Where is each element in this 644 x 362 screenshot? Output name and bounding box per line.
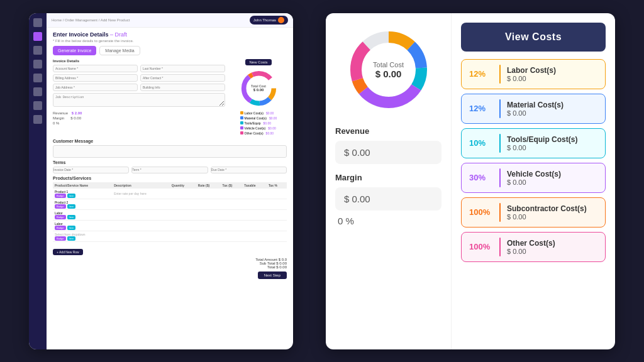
cost-value-tools: $ 0.00 [507, 144, 577, 151]
col-rate: Rate ($) [196, 182, 221, 189]
generate-invoice-button[interactable]: Generate Invoice [53, 46, 96, 55]
product-taxpct-cell [267, 231, 287, 241]
building-info-input[interactable] [140, 84, 225, 91]
product-tax-cell [221, 209, 243, 220]
col-quantity: Quantity [170, 182, 196, 189]
action-buttons: Generate Invoice Manage Media [53, 46, 287, 55]
margin-mini: Margin $ 0.00 [53, 116, 225, 120]
cost-pct-other: 100% [469, 242, 493, 251]
product-desc-cell [112, 231, 170, 241]
legend-value-vehicle: $0.00 [268, 126, 276, 130]
sidebar [29, 13, 47, 349]
revenue-mini: Revenue $ 2.00 [53, 111, 225, 115]
term-input[interactable] [131, 167, 208, 173]
margin-mini-label: Margin [53, 116, 64, 120]
product-desc-cell [112, 209, 170, 220]
product-taxable-cell [242, 189, 267, 199]
product-desc-cell [112, 220, 170, 231]
cost-card-labor: 12% Labor Cost(s) $ 0.00 [461, 59, 606, 89]
cost-divider-vehicle [499, 168, 501, 187]
sidebar-icon-users[interactable] [33, 101, 42, 110]
product-name-cell: Product 2BadgeItem [53, 199, 112, 209]
billing-address-input[interactable] [53, 74, 138, 82]
next-step-button[interactable]: Next Step [258, 272, 287, 279]
field-row-1 [53, 65, 225, 72]
sidebar-icon-home[interactable] [33, 18, 42, 27]
cost-info-subcontractor: Subcontractor Cost(s) $ 0.00 [507, 204, 587, 221]
manage-media-button[interactable]: Manage Media [99, 46, 140, 55]
product-desc-cell: Enter rate per day here [112, 189, 170, 199]
cost-name-other: Other Cost(s) [507, 239, 555, 248]
due-date-input[interactable] [211, 167, 287, 173]
product-taxpct-cell [267, 189, 287, 199]
new-costs-button[interactable]: New Costs [245, 59, 271, 65]
user-badge: John Thomas [250, 16, 288, 25]
sidebar-icon-extra[interactable] [33, 115, 42, 124]
sidebar-icon-settings[interactable] [33, 87, 42, 96]
rev-mini-label: Revenue [53, 111, 68, 115]
right-panel: Total Cost $ 0.00 Revenue $ 0.00 Margin … [326, 13, 615, 349]
col-product-name: Product/Service Name [53, 182, 112, 189]
sidebar-icon-reports[interactable] [33, 74, 42, 82]
blue-badge-4: Item [67, 226, 76, 230]
last-number-input[interactable] [140, 65, 225, 72]
col-description: Description [112, 182, 170, 189]
table-row: Product 1BadgeItem Enter rate per day he… [53, 189, 287, 199]
cost-divider-labor [499, 65, 501, 84]
legend-vehicle: Vehicle Cost(s) $0.00 [240, 126, 277, 130]
blue-badge-5: Item [67, 236, 76, 241]
legend-dot-tools [240, 121, 243, 124]
purple-badge-2: Badge [55, 204, 66, 209]
product-qty-cell [170, 220, 196, 231]
field-row-3 [53, 84, 225, 91]
customer-message-area[interactable] [53, 145, 287, 158]
sidebar-icon-orders[interactable] [33, 46, 42, 55]
cost-card-tools: 10% Tools/Equip Cost(s) $ 0.00 [461, 128, 606, 158]
invoice-date-input[interactable] [53, 167, 129, 173]
legend-value-labor: $0.00 [266, 111, 274, 115]
add-new-row-button[interactable]: + Add New Row [53, 249, 83, 255]
product-rate-cell [196, 189, 221, 199]
breadcrumb: Home / Order Management / Add New Produc… [52, 18, 130, 22]
job-description-input[interactable] [53, 93, 225, 107]
terms-row [53, 167, 287, 173]
legend-label-material: Material Cost(s) [245, 116, 267, 120]
product-rate-cell [196, 220, 221, 231]
cost-pct-tools: 10% [469, 138, 493, 148]
product-qty-cell [170, 199, 196, 209]
cost-pct-material: 12% [469, 104, 493, 113]
sidebar-icon-products[interactable] [33, 60, 42, 69]
legend-label-vehicle: Vehicle Cost(s) [245, 126, 266, 130]
sidebar-icon-invoice[interactable] [33, 32, 42, 41]
job-address-input[interactable] [53, 84, 138, 91]
col-tax: Tax ($) [221, 182, 243, 189]
product-taxable-cell [242, 199, 267, 209]
blue-badge: Item [67, 194, 76, 198]
purple-badge: Badge [55, 194, 66, 198]
account-name-input[interactable] [53, 65, 138, 72]
col-taxable: Taxable [242, 182, 267, 189]
cost-value-vehicle: $ 0.00 [507, 178, 561, 186]
donut-center: Total Cost $ 0.00 [373, 60, 404, 79]
donut-area: New Costs [230, 59, 287, 135]
totals-area: Total Amount $ 0.0 Sub Total $ 0.00 Tota… [53, 258, 287, 269]
margin-pct-mini: 0 % [53, 121, 225, 125]
cost-card-subcontractor: 100% Subcontractor Cost(s) $ 0.00 [461, 197, 606, 228]
legend-value-tools: $0.00 [263, 121, 271, 125]
terms-label: Terms [53, 160, 287, 165]
view-costs-button[interactable]: View Costs [461, 23, 606, 52]
rev-mini-value: $ 2.00 [72, 111, 82, 115]
product-taxable-cell [242, 209, 267, 220]
products-table: Product/Service Name Description Quantit… [53, 182, 287, 242]
mini-legend: Labor Cost(s) $0.00 Material Cost(s) $0.… [240, 111, 277, 135]
after-contact-input[interactable] [140, 74, 225, 82]
total-cost-label: Total Cost [373, 60, 404, 68]
product-rate-cell [196, 209, 221, 220]
field-row-2 [53, 74, 225, 82]
product-qty-cell [170, 209, 196, 220]
product-rate-cell [196, 231, 221, 241]
legend-label-tools: Tools/Equip [245, 121, 261, 125]
cost-pct-subcontractor: 100% [469, 207, 493, 217]
legend-dot-material [240, 116, 243, 119]
blue-badge-2: Item [67, 204, 76, 209]
